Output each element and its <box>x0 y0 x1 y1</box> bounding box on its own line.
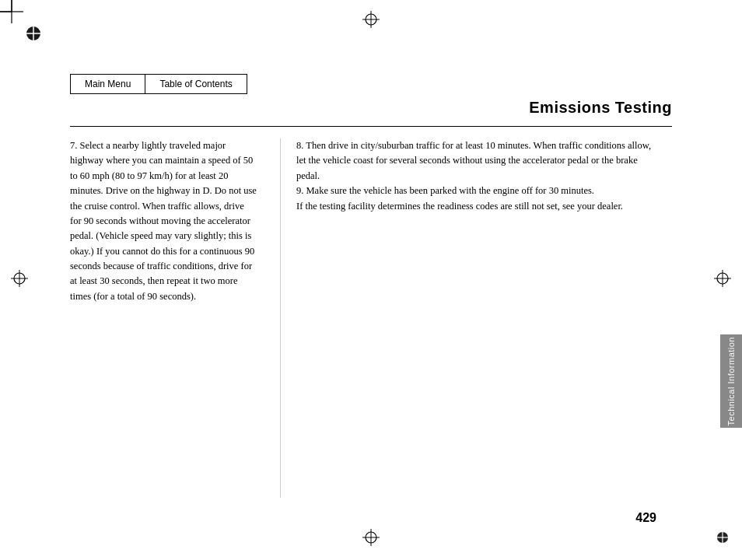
left-column: 7. Select a nearby lightly traveled majo… <box>70 138 272 498</box>
toc-button[interactable]: Table of Contents <box>145 74 247 94</box>
tl-circle-mark <box>25 25 42 45</box>
nav-buttons: Main Menu Table of Contents <box>70 74 247 94</box>
corner-mark-br <box>714 529 731 549</box>
side-tab[interactable]: Technical Information <box>720 334 742 428</box>
page-number: 429 <box>635 511 656 525</box>
title-rule <box>70 126 672 127</box>
page-title: Emissions Testing <box>529 99 672 117</box>
right-mid-mark <box>714 270 731 290</box>
top-center-mark <box>362 11 380 31</box>
item-8-text: 8. Then drive in city/suburban traffic f… <box>296 138 656 184</box>
item-9-text: 9. Make sure the vehicle has been parked… <box>296 184 656 198</box>
bottom-center-mark <box>362 529 380 549</box>
main-menu-button[interactable]: Main Menu <box>70 74 145 94</box>
column-divider <box>280 138 281 498</box>
item-7-text: 7. Select a nearby lightly traveled majo… <box>70 138 257 304</box>
corner-mark-bl <box>0 0 23 26</box>
note-text: If the testing facility determines the r… <box>296 199 656 214</box>
content-area: 7. Select a nearby lightly traveled majo… <box>70 138 656 498</box>
right-column: 8. Then drive in city/suburban traffic f… <box>289 138 656 498</box>
left-mid-mark <box>11 270 28 290</box>
side-tab-label: Technical Information <box>726 337 736 425</box>
